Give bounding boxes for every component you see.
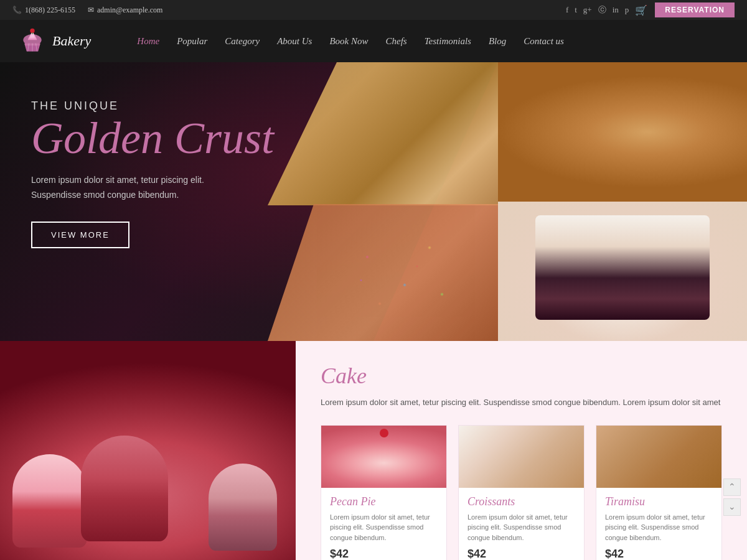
cake-section-description: Lorem ipsum dolor sit amet, tetur piscin…	[321, 396, 722, 409]
main-nav: Home Popular Category About Us Book Now …	[128, 20, 573, 62]
logo-text: Bakery	[52, 33, 91, 49]
header: Bakery Home Popular Category About Us Bo…	[0, 20, 747, 62]
linkedin-icon[interactable]: in	[613, 5, 619, 15]
top-bar-right: f t g+ ⓒ in p 🛒 RESERVATION	[566, 2, 735, 17]
email-address: admin@example.com	[97, 6, 162, 15]
cupcake-decoration-3	[209, 464, 277, 551]
nav-item-testimonials[interactable]: Testimonials	[416, 20, 480, 62]
cake-section-title: Cake	[321, 363, 722, 389]
hero-content: THE UNIQUE Golden Crust Lorem ipsum dolo…	[31, 100, 274, 248]
carousel-next-button[interactable]: ⌄	[723, 498, 741, 516]
googleplus-icon[interactable]: g+	[583, 5, 592, 15]
cart-icon[interactable]: 🛒	[635, 4, 647, 16]
product-card-body-2: Croissants Lorem ipsum dolor sit amet, t…	[459, 488, 584, 560]
cherry-decoration	[380, 429, 388, 437]
cake-section-panel: Cake Lorem ipsum dolor sit amet, tetur p…	[296, 341, 747, 560]
social-icons: f t g+ ⓒ in p 🛒	[566, 4, 647, 16]
email-icon: ✉	[88, 6, 94, 15]
top-bar: 📞 1(868) 225-6155 ✉ admin@example.com f …	[0, 0, 747, 20]
nav-item-home[interactable]: Home	[128, 20, 168, 62]
cupcake-decoration-2	[81, 436, 168, 541]
product-name-2: Croissants	[467, 495, 575, 508]
phone-icon: 📞	[12, 6, 22, 15]
top-bar-contact: 📞 1(868) 225-6155 ✉ admin@example.com	[12, 6, 162, 15]
hero-section: THE UNIQUE Golden Crust Lorem ipsum dolo…	[0, 62, 747, 341]
product-desc-1: Lorem ipsum dolor sit amet, tetur piscin…	[330, 512, 438, 543]
email-info: ✉ admin@example.com	[88, 6, 162, 15]
sprinkles-decoration	[342, 229, 467, 322]
cupcake-image-panel	[0, 341, 296, 560]
hero-image-top-right	[498, 62, 747, 202]
nav-item-book[interactable]: Book Now	[321, 20, 377, 62]
nav-item-contact[interactable]: Contact us	[515, 20, 573, 62]
pinterest-icon[interactable]: p	[625, 5, 629, 15]
hero-left: THE UNIQUE Golden Crust Lorem ipsum dolo…	[0, 62, 498, 341]
twitter-icon[interactable]: t	[575, 5, 577, 15]
hero-right	[498, 62, 747, 341]
cupcake-decoration-1	[12, 454, 87, 548]
product-card-body-3: Tiramisu Lorem ipsum dolor sit amet, tet…	[596, 488, 721, 560]
hero-title: Golden Crust	[31, 116, 274, 161]
product-image-croissants	[459, 426, 584, 488]
logo: Bakery	[19, 27, 91, 55]
svg-point-1	[30, 29, 34, 33]
hero-description: Lorem ipsum dolor sit amet, tetur piscin…	[31, 173, 274, 203]
product-price-3: $42	[605, 548, 713, 560]
phone-info: 📞 1(868) 225-6155	[12, 6, 75, 15]
nav-item-category[interactable]: Category	[216, 20, 268, 62]
product-card-croissants: Croissants Lorem ipsum dolor sit amet, t…	[458, 425, 585, 560]
nav-item-about[interactable]: About Us	[268, 20, 321, 62]
product-image-tiramisu	[596, 426, 721, 488]
product-price-1: $42	[330, 548, 438, 560]
cake-slice-decoration	[535, 215, 710, 320]
product-desc-3: Lorem ipsum dolor sit amet, tetur piscin…	[605, 512, 713, 543]
product-card-pecan-pie: Pecan Pie Lorem ipsum dolor sit amet, te…	[321, 425, 447, 560]
product-cards-container: Pecan Pie Lorem ipsum dolor sit amet, te…	[321, 425, 722, 560]
carousel-prev-button[interactable]: ⌃	[723, 478, 741, 496]
nav-item-popular[interactable]: Popular	[168, 20, 216, 62]
phone-number: 1(868) 225-6155	[25, 6, 75, 15]
reservation-button[interactable]: RESERVATION	[655, 2, 735, 17]
hero-image-bottom-right	[498, 202, 747, 341]
carousel-arrows: ⌃ ⌄	[723, 478, 741, 516]
product-name-3: Tiramisu	[605, 495, 713, 508]
facebook-icon[interactable]: f	[566, 5, 568, 15]
product-price-2: $42	[467, 548, 575, 560]
product-desc-2: Lorem ipsum dolor sit amet, tetur piscin…	[467, 512, 575, 543]
product-image-pecan-pie	[321, 426, 446, 488]
view-more-button[interactable]: VIEW MORE	[31, 222, 129, 248]
nav-item-chefs[interactable]: Chefs	[377, 20, 415, 62]
product-card-tiramisu: Tiramisu Lorem ipsum dolor sit amet, tet…	[596, 425, 722, 560]
hero-subtitle: THE UNIQUE	[31, 100, 274, 113]
instagram-icon[interactable]: ⓒ	[598, 4, 606, 16]
logo-icon	[19, 27, 46, 55]
bottom-section: Cake Lorem ipsum dolor sit amet, tetur p…	[0, 341, 747, 560]
product-card-body-1: Pecan Pie Lorem ipsum dolor sit amet, te…	[321, 488, 446, 560]
product-name-1: Pecan Pie	[330, 495, 438, 508]
nav-item-blog[interactable]: Blog	[480, 20, 515, 62]
cookie-decoration	[523, 76, 722, 187]
